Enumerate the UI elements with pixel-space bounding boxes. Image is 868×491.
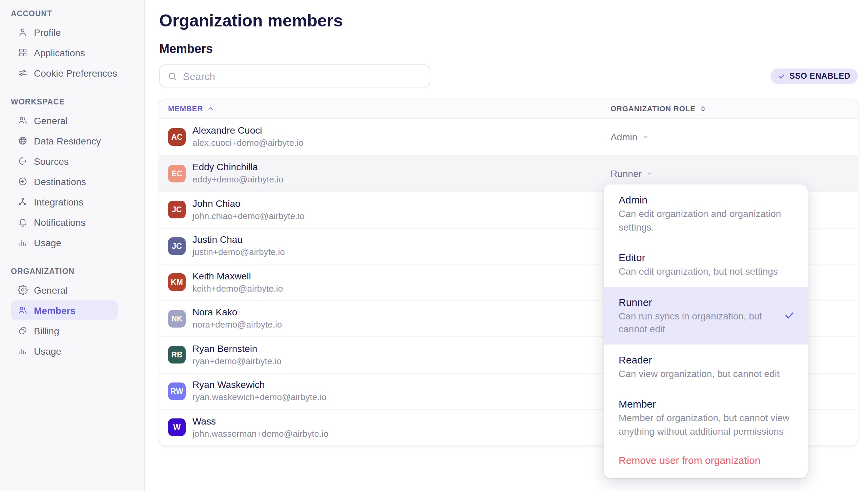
sidebar-item-label: Billing: [34, 325, 59, 336]
sidebar-item-applications[interactable]: Applications: [11, 43, 118, 62]
member-email: eddy+demo@airbyte.io: [192, 174, 611, 185]
search-box[interactable]: [159, 64, 430, 87]
role-options-list: AdminCan edit organization and organizat…: [604, 184, 808, 446]
grid-icon: [18, 47, 28, 58]
nodes-icon: [18, 197, 28, 207]
sidebar-item-label: Members: [34, 305, 76, 316]
sidebar-item-usage[interactable]: Usage: [11, 233, 118, 252]
users-icon: [18, 115, 28, 125]
sidebar-section-label: WORKSPACE: [11, 98, 144, 106]
role-option-name: Reader: [619, 352, 793, 367]
role-option-admin[interactable]: AdminCan edit organization and organizat…: [604, 184, 808, 242]
sidebar-section-account: ACCOUNTProfileApplicationsCookie Prefere…: [0, 9, 144, 83]
page-title: Organization members: [159, 11, 858, 31]
role-select[interactable]: Runner: [611, 168, 849, 179]
member-email: alex.cuoci+demo@airbyte.io: [192, 137, 611, 149]
sidebar-item-data-residency[interactable]: Data Residency: [11, 131, 118, 151]
chevron-down-icon: [646, 170, 653, 177]
sidebar-item-profile[interactable]: Profile: [11, 22, 118, 42]
sliders-icon: [18, 68, 28, 78]
sidebar-item-members[interactable]: Members: [11, 300, 118, 320]
sidebar-item-usage[interactable]: Usage: [11, 341, 118, 361]
sso-badge-label: SSO ENABLED: [789, 71, 850, 81]
avatar: RW: [168, 382, 186, 400]
member-identity: Eddy Chinchillaeddy+demo@airbyte.io: [192, 162, 611, 185]
member-email: ryan.waskewich+demo@airbyte.io: [192, 392, 611, 403]
sidebar-item-label: Sources: [34, 156, 69, 166]
member-column-label: MEMBER: [168, 104, 203, 113]
chevron-down-icon: [642, 134, 649, 140]
member-email: justin+demo@airbyte.io: [192, 247, 611, 258]
role-option-name: Runner: [619, 295, 793, 309]
role-option-member[interactable]: MemberMember of organization, but cannot…: [604, 389, 808, 446]
circle-arrow-out-icon: [18, 156, 28, 166]
sidebar-section-organization: ORGANIZATIONGeneralMembersBillingUsage: [0, 267, 144, 361]
member-name: Nora Kako: [192, 307, 611, 318]
avatar: JC: [168, 237, 186, 255]
sidebar-item-sources[interactable]: Sources: [11, 151, 118, 171]
member-name: Keith Maxwell: [192, 271, 611, 282]
role-option-name: Editor: [619, 250, 793, 264]
sidebar-item-notifications[interactable]: Notifications: [11, 212, 118, 232]
sidebar-section-label: ACCOUNT: [11, 9, 144, 18]
member-email: ryan+demo@airbyte.io: [192, 355, 611, 367]
member-name: Alexandre Cuoci: [192, 125, 611, 137]
sidebar-item-label: Usage: [34, 237, 61, 248]
sidebar-item-cookie-preferences[interactable]: Cookie Preferences: [11, 63, 118, 83]
sso-enabled-badge: SSO ENABLED: [770, 68, 858, 84]
table-row[interactable]: ACAlexandre Cuocialex.cuoci+demo@airbyte…: [159, 119, 858, 155]
role-select[interactable]: Admin: [611, 132, 849, 142]
member-email: nora+demo@airbyte.io: [192, 319, 611, 331]
role-option-description: Can view organization, but cannot edit: [619, 367, 793, 380]
column-header-member[interactable]: MEMBER: [168, 104, 611, 113]
sidebar-item-general[interactable]: General: [11, 280, 118, 300]
coins-icon: [18, 326, 28, 336]
column-header-organization-role[interactable]: ORGANIZATION ROLE: [611, 104, 849, 113]
member-name: John Chiao: [192, 198, 611, 210]
bell-icon: [18, 217, 28, 227]
table-header-row: MEMBER ORGANIZATION ROLE: [159, 99, 858, 119]
sidebar-item-billing[interactable]: Billing: [11, 321, 118, 340]
sidebar-item-label: Applications: [34, 47, 85, 58]
member-identity: Ryan Bernsteinryan+demo@airbyte.io: [192, 343, 611, 367]
sidebar-item-label: General: [34, 284, 68, 295]
role-value: Admin: [611, 132, 637, 142]
bar-chart-icon: [18, 346, 28, 356]
sidebar-section-label: ORGANIZATION: [11, 267, 144, 275]
role-option-editor[interactable]: EditorCan edit organization, but not set…: [604, 242, 808, 287]
role-value: Runner: [611, 168, 642, 179]
role-option-name: Admin: [619, 193, 793, 207]
role-option-description: Can edit organization and organization s…: [619, 208, 793, 234]
member-identity: Ryan Waskewichryan.waskewich+demo@airbyt…: [192, 379, 611, 403]
sidebar-item-label: Data Residency: [34, 135, 101, 146]
users-icon: [18, 305, 28, 315]
sort-icon: [700, 105, 707, 112]
member-email: john.wasserman+demo@airbyte.io: [192, 428, 611, 439]
sort-ascending-icon: [207, 105, 214, 112]
remove-user-button[interactable]: Remove user from organization: [604, 446, 808, 475]
member-name: Ryan Waskewich: [192, 379, 611, 391]
sidebar-item-label: Cookie Preferences: [34, 67, 117, 78]
search-input[interactable]: [183, 70, 422, 82]
settings-sidebar: ACCOUNTProfileApplicationsCookie Prefere…: [0, 0, 145, 491]
role-option-runner[interactable]: RunnerCan run syncs in organization, but…: [604, 287, 808, 344]
member-name: Wass: [192, 416, 611, 427]
members-heading: Members: [159, 41, 858, 56]
role-option-name: Member: [619, 397, 793, 411]
sidebar-item-general[interactable]: General: [11, 111, 118, 130]
member-name: Ryan Bernstein: [192, 343, 611, 355]
role-column-label: ORGANIZATION ROLE: [611, 104, 696, 113]
app-window: ACCOUNTProfileApplicationsCookie Prefere…: [0, 0, 868, 491]
member-identity: John Chiaojohn.chiao+demo@airbyte.io: [192, 198, 611, 222]
sidebar-item-integrations[interactable]: Integrations: [11, 192, 118, 212]
user-icon: [18, 27, 28, 37]
avatar: RB: [168, 346, 186, 364]
search-icon: [167, 71, 178, 81]
role-dropdown-menu: AdminCan edit organization and organizat…: [604, 184, 808, 478]
sidebar-item-destinations[interactable]: Destinations: [11, 172, 118, 191]
member-email: keith+demo@airbyte.io: [192, 283, 611, 294]
sidebar-item-label: General: [34, 115, 68, 126]
role-option-reader[interactable]: ReaderCan view organization, but cannot …: [604, 344, 808, 389]
avatar: KM: [168, 274, 186, 291]
member-identity: Alexandre Cuocialex.cuoci+demo@airbyte.i…: [192, 125, 611, 149]
